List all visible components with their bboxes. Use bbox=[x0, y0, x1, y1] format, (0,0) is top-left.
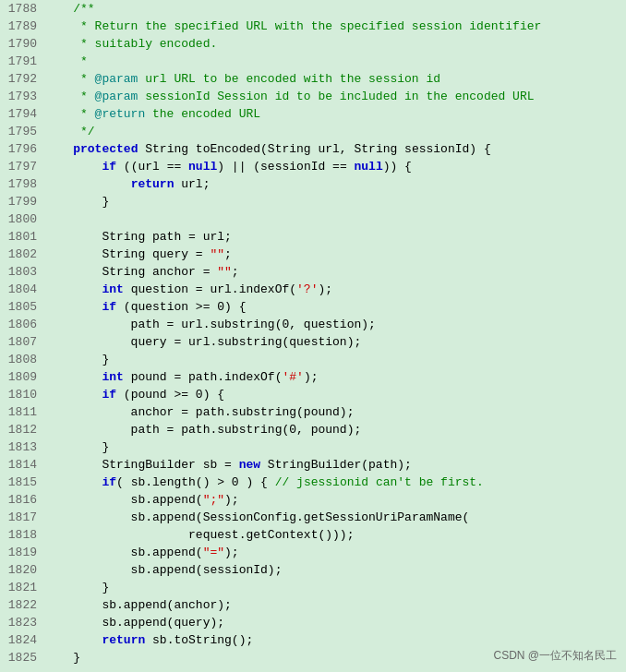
code-line: 1823 sb.append(query); bbox=[0, 614, 626, 631]
line-number: 1797 bbox=[0, 158, 44, 175]
line-number: 1792 bbox=[0, 70, 44, 88]
code-line: 1788 /** bbox=[0, 0, 626, 18]
line-number: 1822 bbox=[0, 596, 44, 614]
code-line: 1818 request.getContext())); bbox=[0, 526, 626, 544]
line-number: 1815 bbox=[0, 474, 44, 491]
line-content: return url; bbox=[44, 175, 210, 193]
code-line: 1821 } bbox=[0, 579, 626, 596]
line-content: String path = url; bbox=[44, 228, 232, 246]
line-number: 1788 bbox=[0, 0, 44, 18]
line-content: sb.append("="); bbox=[44, 544, 239, 561]
line-content: anchor = path.substring(pound); bbox=[44, 403, 354, 421]
line-number: 1794 bbox=[0, 105, 44, 123]
line-number: 1812 bbox=[0, 421, 44, 438]
code-line: 1794 * @return the encoded URL bbox=[0, 105, 626, 123]
code-line: 1816 sb.append(";"); bbox=[0, 491, 626, 509]
line-content: } bbox=[44, 193, 109, 210]
code-line: 1819 sb.append("="); bbox=[0, 544, 626, 561]
line-content: * @param url URL to be encoded with the … bbox=[44, 70, 440, 88]
line-number: 1795 bbox=[0, 123, 44, 140]
line-number: 1813 bbox=[0, 438, 44, 456]
line-content: */ bbox=[44, 123, 95, 140]
code-line: 1805 if (question >= 0) { bbox=[0, 298, 626, 316]
code-line: 1808 } bbox=[0, 351, 626, 368]
code-line: 1811 anchor = path.substring(pound); bbox=[0, 403, 626, 421]
line-number: 1804 bbox=[0, 281, 44, 298]
line-number: 1814 bbox=[0, 456, 44, 474]
code-line: 1791 * bbox=[0, 53, 626, 70]
line-number: 1793 bbox=[0, 88, 44, 105]
line-content: StringBuilder sb = new StringBuilder(pat… bbox=[44, 456, 412, 474]
line-number: 1803 bbox=[0, 263, 44, 281]
code-line: 1803 String anchor = ""; bbox=[0, 263, 626, 281]
line-number: 1808 bbox=[0, 351, 44, 368]
line-content: path = path.substring(0, pound); bbox=[44, 421, 361, 438]
line-number: 1809 bbox=[0, 368, 44, 386]
code-line: 1800 bbox=[0, 210, 626, 228]
code-line: 1812 path = path.substring(0, pound); bbox=[0, 421, 626, 438]
code-line: 1809 int pound = path.indexOf('#'); bbox=[0, 368, 626, 386]
line-number: 1823 bbox=[0, 614, 44, 631]
line-content: query = url.substring(question); bbox=[44, 333, 361, 351]
line-content: * suitably encoded. bbox=[44, 35, 217, 53]
line-content: * @param sessionId Session id to be incl… bbox=[44, 88, 535, 105]
line-content: sb.append(";"); bbox=[44, 491, 239, 509]
line-content: int pound = path.indexOf('#'); bbox=[44, 368, 318, 386]
code-line: 1797 if ((url == null) || (sessionId == … bbox=[0, 158, 626, 175]
line-content: request.getContext())); bbox=[44, 526, 354, 544]
line-number: 1820 bbox=[0, 561, 44, 579]
code-line: 1790 * suitably encoded. bbox=[0, 35, 626, 53]
line-number: 1802 bbox=[0, 246, 44, 263]
line-content: protected String toEncoded(String url, S… bbox=[44, 140, 491, 158]
line-number: 1805 bbox=[0, 298, 44, 316]
line-content: path = url.substring(0, question); bbox=[44, 316, 376, 333]
line-content: } bbox=[44, 649, 80, 666]
line-content: sb.append(anchor); bbox=[44, 596, 232, 614]
line-number: 1806 bbox=[0, 316, 44, 333]
code-line: 1813 } bbox=[0, 438, 626, 456]
line-content: * Return the specified URL with the spec… bbox=[44, 18, 541, 35]
line-number: 1791 bbox=[0, 53, 44, 70]
code-line: 1807 query = url.substring(question); bbox=[0, 333, 626, 351]
line-number: 1819 bbox=[0, 544, 44, 561]
watermark: CSDN @一位不知名民工 bbox=[493, 647, 617, 665]
line-content: * bbox=[44, 53, 88, 70]
line-content: int question = url.indexOf('?'); bbox=[44, 281, 332, 298]
line-number: 1810 bbox=[0, 386, 44, 403]
line-content: sb.append(sessionId); bbox=[44, 561, 282, 579]
code-line: 1796 protected String toEncoded(String u… bbox=[0, 140, 626, 158]
line-number: 1800 bbox=[0, 210, 44, 228]
code-line: 1795 */ bbox=[0, 123, 626, 140]
line-number: 1818 bbox=[0, 526, 44, 544]
code-line: 1817 sb.append(SessionConfig.getSessionU… bbox=[0, 509, 626, 526]
line-content: String query = ""; bbox=[44, 246, 232, 263]
line-content: sb.append(query); bbox=[44, 614, 224, 631]
code-line: 1798 return url; bbox=[0, 175, 626, 193]
code-line: 1802 String query = ""; bbox=[0, 246, 626, 263]
line-number: 1789 bbox=[0, 18, 44, 35]
line-content: if (pound >= 0) { bbox=[44, 386, 224, 403]
line-content: /** bbox=[44, 0, 95, 18]
line-content: } bbox=[44, 438, 109, 456]
line-content: if( sb.length() > 0 ) { // jsessionid ca… bbox=[44, 474, 484, 491]
line-number: 1821 bbox=[0, 579, 44, 596]
line-number: 1816 bbox=[0, 491, 44, 509]
code-line: 1799 } bbox=[0, 193, 626, 210]
line-number: 1790 bbox=[0, 35, 44, 53]
code-line: 1793 * @param sessionId Session id to be… bbox=[0, 88, 626, 105]
code-line: 1789 * Return the specified URL with the… bbox=[0, 18, 626, 35]
code-line: 1801 String path = url; bbox=[0, 228, 626, 246]
line-number: 1811 bbox=[0, 403, 44, 421]
code-line: 1820 sb.append(sessionId); bbox=[0, 561, 626, 579]
line-content: } bbox=[44, 351, 109, 368]
code-editor: 1788 /**1789 * Return the specified URL … bbox=[0, 0, 626, 672]
code-line: 1806 path = url.substring(0, question); bbox=[0, 316, 626, 333]
line-number: 1798 bbox=[0, 175, 44, 193]
line-number: 1824 bbox=[0, 631, 44, 649]
line-content: if ((url == null) || (sessionId == null)… bbox=[44, 158, 412, 175]
line-content: sb.append(SessionConfig.getSessionUriPar… bbox=[44, 509, 469, 526]
line-content: return sb.toString(); bbox=[44, 631, 253, 649]
code-line: 1792 * @param url URL to be encoded with… bbox=[0, 70, 626, 88]
line-content: * @return the encoded URL bbox=[44, 105, 260, 123]
line-number: 1801 bbox=[0, 228, 44, 246]
